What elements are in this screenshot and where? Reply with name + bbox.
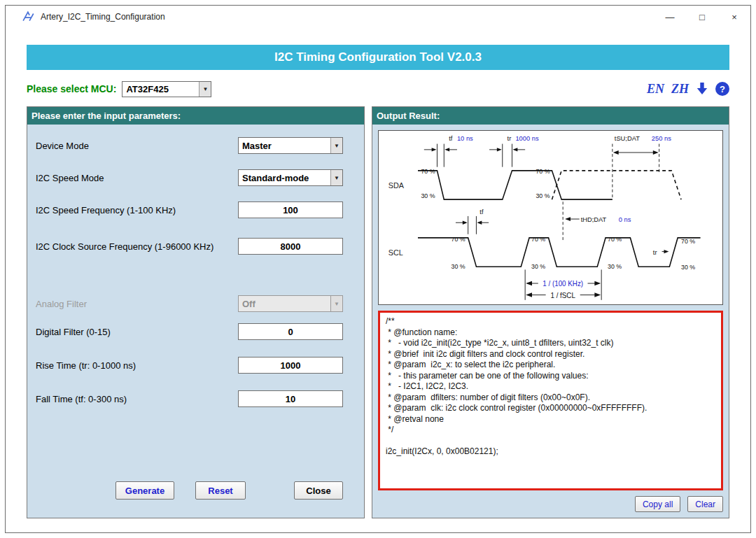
clock-source-frequency-label: I2C Clock Source Frequency (1-96000 KHz) [36,241,214,252]
pct70-label: 70 % [536,168,550,175]
scl-label: SCL [388,248,403,256]
mcu-select-label: Please select MCU: [27,83,116,94]
digital-filter-row: Digital Filter (0-15) [36,323,343,340]
pct30-label: 30 % [531,263,545,270]
rise-time-label: Rise Time (tr: 0-1000 ns) [36,360,136,371]
speed-frequency-row: I2C Speed Frequency (1-100 KHz) [36,201,343,218]
rise-time-input[interactable] [238,357,343,374]
output-body: SDA SCL tf 10 ns tr 1000 ns tSU;DAT 250 … [372,125,729,518]
speed-frequency-input[interactable] [238,201,343,218]
digital-filter-label: Digital Filter (0-15) [36,327,111,337]
main-content: I2C Timing Configuration Tool V2.0.3 Ple… [6,28,750,532]
fall-time-input[interactable] [238,390,343,407]
output-buttons-row: Copy all Clear [378,496,723,512]
period-label: 1 / (100 KHz) [542,280,583,288]
tf-label: tf [449,134,453,142]
fall-time-row: Fall Time (tf: 0-300 ns) [36,390,343,407]
input-panel: Please enter the input parameters: Devic… [27,106,365,518]
analog-filter-row: Analog Filter Off ▼ [36,295,343,312]
sda-label: SDA [388,180,405,189]
mcu-select-value: AT32F425 [122,82,199,97]
app-window: Artery_I2C_Timing_Configuration — □ × I2… [5,5,751,533]
fscl-label: 1 / fSCL [550,291,575,299]
clear-button[interactable]: Clear [687,496,723,512]
reset-button[interactable]: Reset [195,481,246,500]
titlebar: Artery_I2C_Timing_Configuration — □ × [6,6,750,28]
thd-dat-label: tHD;DAT [581,215,607,223]
chevron-down-icon[interactable]: ▼ [330,170,342,185]
chevron-down-icon[interactable]: ▼ [330,138,342,153]
device-mode-label: Device Mode [36,141,89,151]
app-banner: I2C Timing Configuration Tool V2.0.3 [27,45,729,70]
device-mode-row: Device Mode Master ▼ [36,137,343,154]
pct70-label: 70 % [681,238,695,245]
speed-mode-value: Standard-mode [239,170,330,185]
window-controls: — □ × [654,6,750,28]
pct70-label: 70 % [608,236,622,243]
chevron-down-icon: ▼ [330,296,342,311]
timing-diagram-svg: SDA SCL tf 10 ns tr 1000 ns tSU;DAT 250 … [379,131,722,304]
device-mode-select[interactable]: Master ▼ [238,137,343,154]
speed-mode-label: I2C Speed Mode [36,173,104,183]
thd-dat-value: 0 ns [619,215,631,223]
pct30-label: 30 % [451,263,465,270]
pct30-label: 30 % [608,263,622,270]
digital-filter-input[interactable] [238,323,343,340]
speed-mode-select[interactable]: Standard-mode ▼ [238,169,343,186]
tsu-dat-label: tSU;DAT [615,134,640,142]
tf-value: 10 ns [457,134,473,142]
fall-time-label: Fall Time (tf: 0-300 ns) [36,394,127,404]
app-icon [22,10,35,23]
waveforms [418,171,701,267]
lang-en-button[interactable]: EN [647,82,664,97]
pct30-label: 30 % [421,192,435,199]
minimize-button[interactable]: — [654,6,686,28]
tr-label: tr [507,134,512,142]
tsu-dat-value: 250 ns [652,134,671,142]
timing-diagram: SDA SCL tf 10 ns tr 1000 ns tSU;DAT 250 … [378,130,723,305]
generate-button[interactable]: Generate [115,481,174,500]
mcu-select[interactable]: AT32F425 ▼ [122,81,211,97]
banner-title: I2C Timing Configuration Tool V2.0.3 [274,50,482,64]
close-button[interactable]: Close [294,481,343,500]
toolbar: EN ZH ? [647,82,729,97]
pct70-label: 70 % [421,168,435,175]
diagram-labels: SDA SCL tf 10 ns tr 1000 ns tSU;DAT 250 … [388,134,695,299]
chevron-down-icon[interactable]: ▼ [199,82,211,97]
clock-source-frequency-row: I2C Clock Source Frequency (1-96000 KHz) [36,238,343,255]
tf-small-label: tf [479,208,484,215]
tr-value: 1000 ns [515,134,538,142]
window-title: Artery_I2C_Timing_Configuration [41,12,165,22]
clock-source-frequency-input[interactable] [238,238,343,255]
input-form: Device Mode Master ▼ I2C Speed Mode Stan… [27,125,364,518]
generated-code-box: /** * @function name: * - void i2c_init(… [378,311,723,490]
device-mode-value: Master [239,138,330,153]
input-panel-title: Please enter the input parameters: [27,107,364,125]
output-panel-title: Output Result: [372,107,729,125]
pct70-label: 70 % [531,236,545,243]
tr-small-label: tr [653,248,657,255]
copy-all-button[interactable]: Copy all [635,496,680,512]
maximize-button[interactable]: □ [686,6,718,28]
download-icon[interactable] [696,82,708,96]
pct30-label: 30 % [536,192,550,199]
rise-time-row: Rise Time (tr: 0-1000 ns) [36,357,343,374]
pct70-label: 70 % [451,236,465,243]
mcu-row: Please select MCU: AT32F425 ▼ EN ZH ? [27,80,729,98]
panels: Please enter the input parameters: Devic… [27,106,729,518]
help-icon[interactable]: ? [715,82,729,96]
analog-filter-label: Analog Filter [36,299,87,309]
analog-filter-value: Off [239,296,330,311]
pct30-label: 30 % [681,264,695,271]
analog-filter-select: Off ▼ [238,295,343,312]
form-buttons-row: Generate Reset Close [36,481,343,500]
speed-frequency-label: I2C Speed Frequency (1-100 KHz) [36,205,176,215]
speed-mode-row: I2C Speed Mode Standard-mode ▼ [36,169,343,186]
output-panel: Output Result: [372,106,729,518]
close-window-button[interactable]: × [718,6,750,28]
lang-zh-button[interactable]: ZH [671,82,689,97]
generated-code: /** * @function name: * - void i2c_init(… [386,316,715,458]
